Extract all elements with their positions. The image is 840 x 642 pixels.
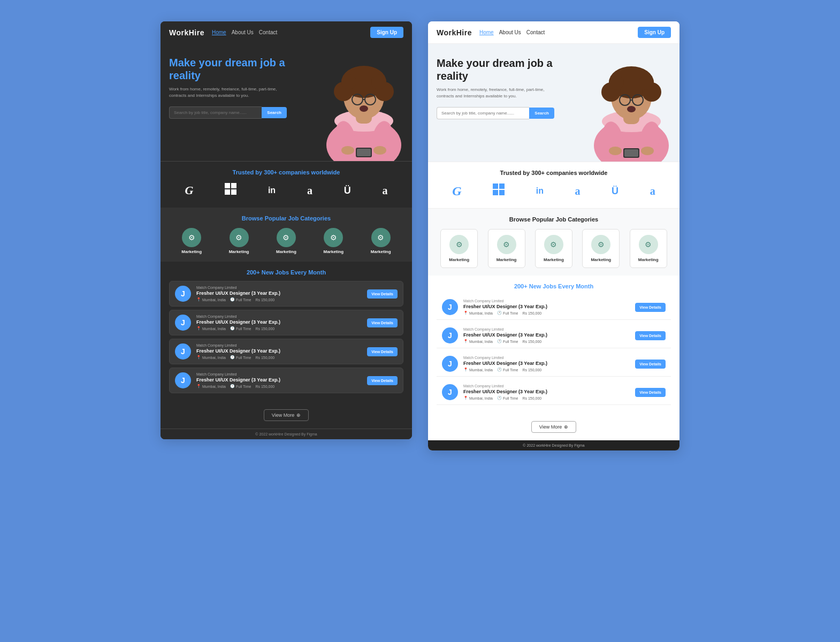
categories-grid: ⚙ Marketing ⚙ Marketing ⚙ Marketing ⚙ Ma… (169, 228, 403, 254)
job-type-4: 🕐 Full Time (230, 384, 251, 388)
job-title-1: Fresher UI/UX Designer (3 Year Exp.) (196, 291, 362, 296)
nav-link-home[interactable]: Home (212, 29, 226, 35)
job-listing-light-3: J Match Company Limited Fresher UI/UX De… (437, 351, 671, 377)
category-item-4[interactable]: ⚙ Marketing (323, 228, 343, 254)
job-avatar-light-3: J (442, 356, 458, 372)
trusted-title-light: Trusted by 300+ companies worldwide (437, 170, 671, 176)
job-type-light-4: 🕐 Full Time (497, 396, 518, 400)
view-details-button-light-2[interactable]: View Details (635, 331, 666, 340)
job-company-light-4: Match Company Limited (463, 384, 630, 388)
nav-link-about[interactable]: About Us (232, 29, 254, 35)
job-info-light-4: Match Company Limited Fresher UI/UX Desi… (463, 384, 630, 400)
search-button[interactable]: Search (262, 107, 287, 118)
hero-subtitle-light: Work from home, remotely, freelance, ful… (437, 87, 554, 100)
navbar: WorkHire Home About Us Contact Sign Up (161, 21, 412, 43)
nav-link-contact-light[interactable]: Contact (526, 29, 545, 35)
jobs-section-light: 200+ New Jobs Every Month J Match Compan… (428, 276, 679, 416)
category-icon-5: ⚙ (371, 228, 391, 247)
category-label-light-3: Marketing (544, 257, 564, 262)
job-meta-2: 📍 Mumbai, India 🕐 Full Time Rs 150,000 (196, 326, 362, 331)
view-details-button-light-1[interactable]: View Details (635, 303, 666, 312)
job-company-light-1: Match Company Limited (463, 299, 630, 303)
view-more-icon-light: ⊕ (564, 424, 568, 430)
svg-rect-41 (624, 149, 638, 157)
microsoft-logo-light (493, 184, 505, 198)
view-more-section: View More ⊕ (161, 404, 412, 429)
category-item-light-2[interactable]: ⚙ Marketing (488, 229, 525, 268)
category-item-5[interactable]: ⚙ Marketing (371, 228, 391, 254)
footer-light: © 2022 workHire Designed By Figma (428, 440, 679, 450)
job-meta-light-1: 📍 Mumbai, India 🕐 Full Time Rs 150,000 (463, 311, 630, 315)
amazon-logo-light: a (575, 185, 581, 197)
search-input-light[interactable] (437, 107, 529, 119)
category-icon-1: ⚙ (182, 228, 201, 247)
job-info-light-2: Match Company Limited Fresher UI/UX Desi… (463, 327, 630, 343)
job-title-light-3: Fresher UI/UX Designer (3 Year Exp.) (463, 361, 630, 366)
job-company-light-3: Match Company Limited (463, 356, 630, 360)
category-item-2[interactable]: ⚙ Marketing (229, 228, 249, 254)
svg-rect-18 (357, 149, 371, 156)
job-listing-light-2: J Match Company Limited Fresher UI/UX De… (437, 323, 671, 348)
job-meta-1: 📍 Mumbai, India 🕐 Full Time Rs 150,000 (196, 297, 362, 302)
nav-link-home-light[interactable]: Home (479, 29, 494, 35)
job-location-light-1: 📍 Mumbai, India (463, 311, 493, 315)
view-details-button-3[interactable]: View Details (367, 347, 398, 356)
nav-links-light: Home About Us Contact (479, 29, 630, 35)
category-label-light-5: Marketing (638, 257, 659, 262)
job-location-3: 📍 Mumbai, India (196, 355, 226, 360)
job-avatar-2: J (175, 315, 191, 331)
view-details-button-4[interactable]: View Details (367, 376, 398, 385)
category-item-1[interactable]: ⚙ Marketing (181, 228, 202, 254)
view-details-button-1[interactable]: View Details (367, 289, 398, 299)
job-title-light-4: Fresher UI/UX Designer (3 Year Exp.) (463, 389, 630, 394)
category-item-3[interactable]: ⚙ Marketing (276, 228, 296, 254)
linkedin-logo-light: in (536, 186, 544, 196)
category-item-light-3[interactable]: ⚙ Marketing (535, 229, 572, 268)
job-type-light-2: 🕐 Full Time (497, 339, 518, 343)
job-location-light-3: 📍 Mumbai, India (463, 368, 493, 372)
view-details-button-light-3[interactable]: View Details (635, 360, 666, 369)
category-item-light-1[interactable]: ⚙ Marketing (440, 229, 478, 268)
svg-rect-20 (231, 183, 236, 188)
brand5-logo: Ü (344, 185, 351, 196)
category-label-4: Marketing (323, 249, 343, 254)
nav-link-about-light[interactable]: About Us (499, 29, 521, 35)
view-more-label-light: View More (539, 424, 562, 430)
job-avatar-3: J (175, 343, 191, 360)
svg-point-12 (360, 105, 368, 112)
hero-text: Make your dream job a reality Work from … (169, 56, 287, 119)
category-item-light-5[interactable]: ⚙ Marketing (630, 229, 667, 268)
jobs-title: 200+ New Jobs Every Month (169, 269, 403, 276)
categories-section-light: Browse Popular Job Categories ⚙ Marketin… (428, 208, 679, 276)
job-type-light-1: 🕐 Full Time (497, 311, 518, 315)
hero-subtitle: Work from home, remotely, freelance, ful… (169, 86, 287, 99)
svg-point-39 (641, 147, 654, 155)
signup-button-light[interactable]: Sign Up (638, 27, 671, 38)
view-details-button-light-4[interactable]: View Details (635, 388, 666, 397)
job-meta-light-4: 📍 Mumbai, India 🕐 Full Time Rs 150,000 (463, 396, 630, 400)
category-label-light-4: Marketing (591, 257, 611, 262)
brand-logo: WorkHire (169, 28, 204, 37)
category-icon-4: ⚙ (324, 228, 343, 247)
svg-rect-43 (499, 184, 505, 189)
trusted-section: Trusted by 300+ companies worldwide G in… (161, 161, 412, 208)
category-label-3: Marketing (276, 249, 296, 254)
job-company-2: Match Company Limited (196, 315, 362, 318)
view-more-button-light[interactable]: View More ⊕ (531, 421, 576, 433)
category-item-light-4[interactable]: ⚙ Marketing (582, 229, 620, 268)
view-more-button[interactable]: View More ⊕ (264, 409, 309, 421)
footer: © 2022 workHire Designed By Figma (161, 429, 412, 439)
search-input[interactable] (169, 106, 262, 119)
svg-point-30 (609, 75, 624, 90)
jobs-section: 200+ New Jobs Every Month J Match Compan… (161, 262, 412, 404)
signup-button[interactable]: Sign Up (370, 27, 403, 38)
job-company-1: Match Company Limited (196, 286, 362, 289)
job-company-4: Match Company Limited (196, 372, 362, 376)
view-details-button-2[interactable]: View Details (367, 318, 398, 327)
svg-point-35 (627, 106, 636, 112)
nav-link-contact[interactable]: Contact (259, 29, 277, 35)
category-icon-light-1: ⚙ (449, 235, 469, 254)
job-listing-4: J Match Company Limited Fresher UI/UX De… (169, 368, 403, 393)
search-button-light[interactable]: Search (529, 108, 554, 119)
brand-logo-light: WorkHire (437, 28, 472, 37)
